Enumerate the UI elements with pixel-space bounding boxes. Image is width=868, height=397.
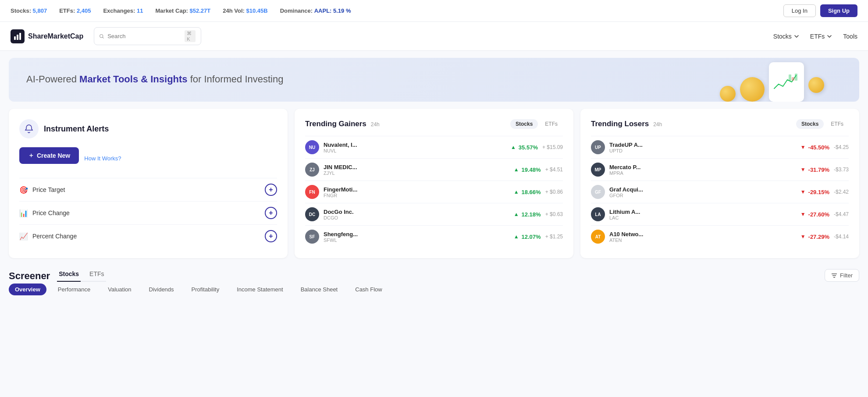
login-button[interactable]: Log In	[783, 4, 816, 17]
dominance-ticker: Dominance: AAPL: 5.19 %	[280, 7, 351, 14]
nav-stocks[interactable]: Stocks	[773, 33, 800, 40]
coin-accent	[808, 77, 824, 93]
gainer-row[interactable]: SF Shengfeng... SFWL ▲ 12.07% + $1.25	[305, 225, 563, 248]
up-arrow-icon: ▲	[511, 144, 516, 150]
stock-change: -$4.25	[834, 144, 849, 150]
coin-large	[740, 77, 765, 102]
stock-change: -$2.42	[834, 189, 849, 195]
losers-tab-group: Stocks ETFs	[796, 119, 849, 129]
screener-tab-etfs[interactable]: ETFs	[88, 267, 106, 282]
brand-logo[interactable]: ShareMarketCap	[11, 29, 83, 43]
up-arrow-icon: ▲	[514, 211, 519, 217]
mini-chart-icon	[773, 71, 800, 93]
overview-tab-performance[interactable]: Performance	[52, 284, 96, 295]
svg-line-4	[103, 37, 103, 38]
stock-values: ▲ 19.48% + $4.51	[514, 167, 563, 173]
stock-ticker-label: ATEN	[609, 237, 796, 243]
filter-button[interactable]: Filter	[825, 269, 859, 282]
add-percent-change-button[interactable]: +	[265, 230, 277, 242]
losers-tab-stocks[interactable]: Stocks	[796, 119, 824, 129]
gainer-row[interactable]: DC DocGo Inc. DCGO ▲ 12.18% + $0.63	[305, 203, 563, 225]
stock-values: ▼ -27.29% -$4.14	[800, 234, 849, 240]
up-arrow-icon: ▲	[514, 189, 519, 195]
svg-rect-5	[789, 74, 791, 81]
search-input[interactable]	[107, 33, 181, 39]
screener-tab-stocks[interactable]: Stocks	[57, 267, 81, 282]
search-box[interactable]: ⌘ K	[94, 27, 201, 45]
create-new-button[interactable]: ＋ Create New	[19, 147, 79, 164]
gainer-row[interactable]: ZJ JIN MEDIC... ZJYL ▲ 19.48% + $4.51	[305, 158, 563, 181]
trending-losers-card: Trending Losers 24h Stocks ETFs UP Trade…	[580, 109, 859, 258]
stock-logo: DC	[305, 207, 319, 221]
gainers-tab-etfs[interactable]: ETFs	[540, 119, 563, 129]
down-arrow-icon: ▼	[800, 144, 806, 150]
trending-gainers-card: Trending Gainers 24h Stocks ETFs NU Nuva…	[295, 109, 573, 258]
overview-tab-profitability[interactable]: Profitability	[185, 284, 226, 295]
loser-row[interactable]: MP Mercato P... MPRA ▼ -31.79% -$3.73	[591, 158, 849, 181]
stock-change: -$3.73	[834, 167, 849, 173]
overview-tab-dividends[interactable]: Dividends	[143, 284, 180, 295]
how-it-works-link[interactable]: How It Works?	[84, 155, 121, 162]
stock-pct-gain: 12.18%	[522, 211, 541, 218]
alert-row-price-change: 📊 Price Change +	[19, 201, 277, 224]
price-change-icon: 📊	[19, 209, 28, 217]
stock-values: ▲ 35.57% + $15.09	[511, 144, 563, 151]
down-arrow-icon: ▼	[800, 189, 806, 195]
screener-section: Screener Stocks ETFs Filter OverviewPerf…	[9, 267, 859, 295]
gainers-tab-stocks[interactable]: Stocks	[510, 119, 538, 129]
stock-pct-loss: -31.79%	[808, 167, 829, 173]
stock-name: Mercato P...	[609, 164, 649, 170]
stock-pct-gain: 19.48%	[522, 167, 541, 173]
stock-change: -$4.47	[834, 211, 849, 217]
stock-name: JIN MEDIC...	[324, 164, 363, 170]
nav-right: Stocks ETFs Tools	[773, 33, 857, 40]
overview-tab-valuation[interactable]: Valuation	[102, 284, 137, 295]
stock-info: Lithium A... LAC	[609, 209, 796, 220]
losers-tab-etfs[interactable]: ETFs	[825, 119, 849, 129]
stock-info: Graf Acqui... GFOR	[609, 186, 796, 198]
loser-row[interactable]: AT A10 Netwo... ATEN ▼ -27.29% -$4.14	[591, 225, 849, 248]
stock-name: DocGo Inc.	[324, 209, 363, 215]
alert-row-percent-change: 📈 Percent Change +	[19, 224, 277, 248]
stock-ticker-label: GFOR	[609, 193, 796, 198]
overview-tabs: OverviewPerformanceValuationDividendsPro…	[9, 284, 859, 295]
loser-row[interactable]: LA Lithium A... LAC ▼ -27.60% -$4.47	[591, 203, 849, 225]
search-icon	[100, 33, 104, 39]
down-arrow-icon: ▼	[800, 234, 806, 240]
stock-ticker-label: NUVL	[324, 148, 506, 153]
losers-list: UP TradeUP A... UPTD ▼ -45.50% -$4.25 MP…	[591, 136, 849, 248]
signup-button[interactable]: Sign Up	[820, 4, 857, 17]
screener-top: Screener Stocks ETFs Filter	[9, 267, 859, 282]
gainer-row[interactable]: NU Nuvalent, I... NUVL ▲ 35.57% + $15.09	[305, 136, 563, 158]
stock-ticker-label: LAC	[609, 215, 796, 220]
stock-logo: AT	[591, 230, 605, 244]
filter-icon	[831, 273, 837, 279]
stock-info: A10 Netwo... ATEN	[609, 231, 796, 243]
stock-ticker-label: FNGR	[324, 193, 509, 198]
stock-values: ▼ -27.60% -$4.47	[800, 211, 849, 218]
stock-logo: MP	[591, 163, 605, 177]
hero-banner: AI-Powered Market Tools & Insights for I…	[9, 58, 859, 102]
add-price-target-button[interactable]: +	[265, 184, 277, 196]
overview-tab-overview[interactable]: Overview	[9, 284, 46, 295]
loser-row[interactable]: GF Graf Acqui... GFOR ▼ -29.15% -$2.42	[591, 181, 849, 203]
screener-tabs: Stocks ETFs	[57, 267, 106, 282]
add-price-change-button[interactable]: +	[265, 207, 277, 219]
stock-logo: GF	[591, 185, 605, 199]
exchanges-ticker: Exchanges: 11	[103, 7, 143, 14]
coin-small	[720, 86, 736, 102]
loser-row[interactable]: UP TradeUP A... UPTD ▼ -45.50% -$4.25	[591, 136, 849, 158]
stock-name: TradeUP A...	[609, 142, 649, 148]
stock-name: Graf Acqui...	[609, 186, 649, 193]
overview-tab-balance-sheet[interactable]: Balance Sheet	[295, 284, 344, 295]
stock-values: ▲ 12.07% + $1.25	[514, 234, 563, 240]
gainer-row[interactable]: FN FingerMoti... FNGR ▲ 18.66% + $0.86	[305, 181, 563, 203]
nav-tools[interactable]: Tools	[843, 33, 857, 40]
stock-ticker-label: SFWL	[324, 237, 509, 243]
stock-ticker-label: DCGO	[324, 215, 509, 220]
overview-tab-cash-flow[interactable]: Cash Flow	[349, 284, 388, 295]
navbar: ShareMarketCap ⌘ K Stocks ETFs Tools	[0, 22, 868, 51]
overview-tab-income-statement[interactable]: Income Statement	[231, 284, 289, 295]
nav-etfs[interactable]: ETFs	[810, 33, 832, 40]
stock-info: FingerMoti... FNGR	[324, 186, 509, 198]
